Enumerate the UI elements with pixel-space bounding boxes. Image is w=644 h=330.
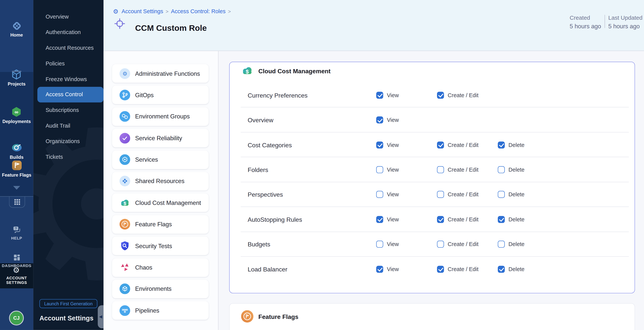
module-card[interactable]: Service Reliability: [112, 129, 208, 147]
permission-checkbox[interactable]: [498, 166, 505, 173]
permission-checkbox[interactable]: [376, 92, 383, 99]
sidebar-nav-item[interactable]: Account Resources: [33, 40, 104, 56]
rail-nav-item[interactable]: ∞ Deployments: [2, 106, 31, 124]
permission-checkbox[interactable]: [498, 241, 505, 248]
help-button[interactable]: ? HELP: [0, 225, 33, 240]
permission-cells: View Create / Edit Delete: [376, 166, 559, 173]
module-card[interactable]: Pipelines: [112, 301, 208, 320]
svg-text:$: $: [124, 201, 126, 206]
permission-checkbox-label[interactable]: View: [387, 192, 399, 198]
sidebar-nav-item[interactable]: Organizations: [33, 133, 104, 149]
created-label: Created: [570, 14, 590, 21]
sidebar-nav-item[interactable]: Tickets: [33, 149, 104, 164]
admin-functions-icon: ⚙: [120, 68, 130, 79]
module-card[interactable]: Feature Flags: [112, 215, 208, 234]
sidebar-nav-item[interactable]: Subscriptions: [33, 102, 104, 118]
permission-checkbox[interactable]: [376, 266, 383, 273]
shared-resources-icon: [120, 176, 130, 187]
rail-nav-item[interactable]: Feature Flags: [2, 159, 31, 177]
permission-cell: Create / Edit: [437, 216, 498, 223]
rail-nav-label: Builds: [10, 155, 24, 160]
rail-nav-item[interactable]: Home: [10, 21, 23, 38]
permission-checkbox-label[interactable]: Delete: [508, 266, 524, 272]
sidebar-nav-item[interactable]: Policies: [33, 56, 104, 71]
permission-checkbox-label[interactable]: Create / Edit: [448, 192, 478, 198]
permission-checkbox[interactable]: [376, 216, 383, 223]
permission-cell: Delete: [498, 241, 558, 248]
permission-checkbox[interactable]: [498, 141, 505, 148]
permission-checkbox[interactable]: [437, 92, 444, 99]
permission-checkbox[interactable]: [376, 116, 383, 124]
permission-checkbox-label[interactable]: Create / Edit: [448, 266, 478, 272]
permission-checkbox[interactable]: [437, 216, 444, 223]
permission-cells: View Create / Edit Delete: [376, 191, 559, 198]
module-card[interactable]: Shared Resources: [112, 172, 208, 191]
permission-cell: Delete: [498, 216, 558, 223]
module-card[interactable]: GitOps: [112, 86, 208, 104]
security-tests-icon: [120, 240, 130, 251]
permission-cells: View Create / Edit Delete: [376, 141, 559, 148]
permission-checkbox[interactable]: [437, 166, 444, 173]
launch-first-generation-button[interactable]: Launch First Generation: [39, 299, 97, 308]
permission-cell: View: [376, 92, 437, 99]
breadcrumb: ⚙ Account Settings > Access Control: Rol…: [113, 8, 231, 14]
permission-checkbox-label[interactable]: Delete: [508, 241, 524, 247]
module-picker-button[interactable]: [9, 196, 25, 208]
permission-checkbox[interactable]: [376, 141, 383, 148]
permission-checkbox-label[interactable]: View: [387, 167, 399, 173]
permission-checkbox-label[interactable]: View: [387, 266, 399, 272]
module-card[interactable]: Security Tests: [112, 237, 208, 255]
module-card[interactable]: Chaos: [112, 258, 208, 277]
rail-nav-item[interactable]: Builds: [10, 142, 24, 159]
permission-checkbox[interactable]: [437, 141, 444, 148]
module-label: Services: [135, 156, 158, 163]
permission-checkbox-label[interactable]: Delete: [508, 167, 524, 173]
permission-checkbox-label[interactable]: Create / Edit: [448, 216, 478, 223]
permission-checkbox[interactable]: [498, 191, 505, 198]
permission-checkbox[interactable]: [498, 216, 505, 223]
permission-checkbox-label[interactable]: Create / Edit: [448, 142, 478, 148]
svg-text:?: ?: [15, 227, 16, 230]
module-card[interactable]: $ Cloud Cost Management: [112, 193, 208, 212]
sidebar-nav-item[interactable]: Authentication: [33, 25, 104, 40]
sidebar-collapse-button[interactable]: ◀: [98, 305, 104, 328]
permission-checkbox-label[interactable]: View: [387, 241, 399, 247]
breadcrumb-link[interactable]: Access Control: Roles: [171, 8, 226, 14]
permission-checkbox[interactable]: [376, 166, 383, 173]
breadcrumb-link[interactable]: Account Settings: [122, 8, 163, 14]
permission-checkbox[interactable]: [437, 191, 444, 198]
permission-checkbox-label[interactable]: Delete: [508, 142, 524, 148]
ccm-section-header: $ Cloud Cost Management: [241, 65, 330, 77]
module-card[interactable]: Services: [112, 150, 208, 169]
chevron-down-icon[interactable]: [13, 186, 21, 190]
module-card[interactable]: Environment Groups: [112, 107, 208, 126]
permission-checkbox[interactable]: [498, 266, 505, 273]
pipelines-icon: [120, 305, 130, 316]
user-avatar[interactable]: CJ: [10, 311, 23, 325]
sidebar-footer-title: Account Settings: [39, 315, 94, 322]
permission-checkbox-label[interactable]: Delete: [508, 216, 524, 223]
permission-checkbox-label[interactable]: Delete: [508, 192, 524, 198]
module-card[interactable]: ⚙ Administrative Functions: [112, 64, 208, 83]
permission-checkbox[interactable]: [376, 191, 383, 198]
module-card[interactable]: Environments: [112, 280, 208, 298]
sidebar-nav-item[interactable]: Freeze Windows: [33, 71, 104, 87]
permission-checkbox-label[interactable]: View: [387, 117, 399, 123]
permission-checkbox-label[interactable]: Create / Edit: [448, 167, 478, 173]
sidebar-nav: Overview Authentication Account Resource…: [33, 9, 104, 164]
permission-checkbox-label[interactable]: Create / Edit: [448, 241, 478, 247]
permission-checkbox-label[interactable]: View: [387, 142, 399, 148]
account-settings-button[interactable]: ⚙ ACCOUNT SETTINGS: [0, 266, 33, 285]
permission-checkbox-label[interactable]: View: [387, 92, 399, 98]
sidebar-nav-item[interactable]: Access Control: [38, 87, 104, 102]
permission-checkbox[interactable]: [437, 241, 444, 248]
page-title: CCM Custom Role: [135, 24, 207, 33]
permission-checkbox-label[interactable]: View: [387, 216, 399, 223]
sidebar-nav-item[interactable]: Audit Trail: [33, 118, 104, 133]
permission-row: AutoStopping Rules View Create / Edit: [230, 207, 634, 232]
permission-checkbox[interactable]: [437, 266, 444, 273]
sidebar-nav-item[interactable]: Overview: [33, 9, 104, 25]
permission-cell: View: [376, 116, 437, 124]
permission-checkbox[interactable]: [376, 241, 383, 248]
permission-checkbox-label[interactable]: Create / Edit: [448, 92, 478, 98]
